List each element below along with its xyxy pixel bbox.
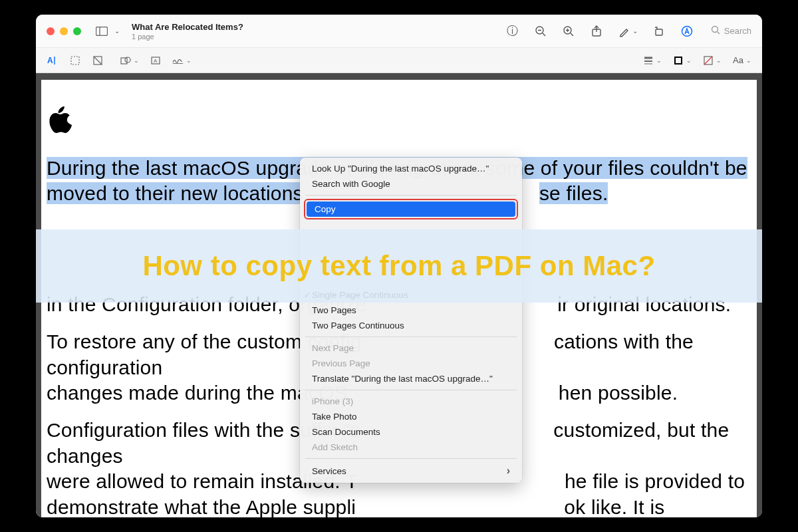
menu-iphone: iPhone (3) xyxy=(300,394,522,409)
svg-line-19 xyxy=(94,57,102,65)
menu-separator xyxy=(305,390,517,390)
title-block: What Are Relocated Items? 1 page xyxy=(132,22,243,41)
selected-text-line-2a: moved to their new locations xyxy=(47,182,303,204)
banner-text: How to copy text from a PDF on Mac? xyxy=(142,250,655,282)
line-style-icon xyxy=(642,55,654,66)
search-field[interactable]: Search xyxy=(711,25,751,37)
svg-rect-29 xyxy=(676,58,681,63)
menu-two-pages-continuous[interactable]: Two Pages Continuous xyxy=(300,318,522,333)
svg-text:A: A xyxy=(47,56,53,65)
svg-point-13 xyxy=(712,27,718,33)
font-icon: Aa xyxy=(732,55,744,66)
svg-line-14 xyxy=(718,32,720,34)
shapes-menu[interactable]: ⌄ xyxy=(120,55,139,66)
markup-icon[interactable] xyxy=(618,25,631,38)
text-box-icon[interactable]: A xyxy=(150,55,162,66)
document-title: What Are Relocated Items? xyxy=(132,22,243,32)
toolbar-icons: ⓘ ⌄ xyxy=(506,25,694,38)
svg-line-31 xyxy=(704,57,712,65)
fill-color-menu[interactable]: ⌄ xyxy=(702,55,722,66)
redact-icon[interactable] xyxy=(92,55,104,66)
search-icon xyxy=(711,25,720,37)
rotate-icon[interactable] xyxy=(652,25,666,38)
sign-menu[interactable]: ⌄ xyxy=(172,55,192,66)
font-menu[interactable]: Aa⌄ xyxy=(732,55,751,66)
text-selection-icon[interactable]: A xyxy=(47,55,59,66)
menu-separator xyxy=(305,336,517,337)
traffic-lights xyxy=(47,27,81,35)
fill-color-icon xyxy=(702,55,714,66)
menu-separator xyxy=(305,458,517,459)
apple-logo-icon xyxy=(48,106,72,133)
svg-rect-0 xyxy=(96,27,108,35)
svg-point-21 xyxy=(125,57,130,63)
menu-lookup[interactable]: Look Up "During the last macOS upgrade…" xyxy=(300,161,522,176)
zoom-out-icon[interactable] xyxy=(534,25,547,38)
menu-next-page: Next Page xyxy=(300,340,522,356)
chevron-down-icon[interactable]: ⌄ xyxy=(114,27,120,35)
signature-icon xyxy=(172,55,184,66)
context-menu: Look Up "During the last macOS upgrade…"… xyxy=(300,158,522,483)
menu-search-google[interactable]: Search with Google xyxy=(300,176,522,192)
svg-rect-17 xyxy=(71,57,79,65)
share-icon[interactable] xyxy=(590,25,603,38)
minimize-window-button[interactable] xyxy=(60,27,68,35)
border-color-icon xyxy=(672,55,684,66)
menu-two-pages[interactable]: Two Pages xyxy=(300,303,522,318)
menu-take-photo[interactable]: Take Photo xyxy=(300,409,522,424)
menu-separator xyxy=(305,195,517,196)
svg-line-6 xyxy=(571,33,573,36)
close-window-button[interactable] xyxy=(47,27,55,35)
menu-scan-documents[interactable]: Scan Documents xyxy=(300,424,522,440)
menu-copy-highlight: Copy xyxy=(304,199,518,219)
line-style-menu[interactable]: ⌄ xyxy=(642,55,662,66)
border-color-menu[interactable]: ⌄ xyxy=(672,55,692,66)
overlay-banner: How to copy text from a PDF on Mac? xyxy=(36,229,762,303)
chevron-down-icon[interactable]: ⌄ xyxy=(632,27,638,35)
selected-text-line-2b: se files. xyxy=(539,182,608,204)
rect-select-icon[interactable] xyxy=(69,55,81,66)
menu-services[interactable]: Services xyxy=(300,462,522,479)
info-icon[interactable]: ⓘ xyxy=(506,25,519,38)
svg-text:A: A xyxy=(154,58,158,64)
svg-rect-11 xyxy=(656,29,662,35)
zoom-in-icon[interactable] xyxy=(562,25,575,38)
document-subtitle: 1 page xyxy=(132,33,243,41)
menu-add-sketch: Add Sketch xyxy=(300,440,522,455)
svg-rect-20 xyxy=(121,58,127,64)
svg-line-3 xyxy=(543,33,545,36)
markup-toolbar: A ⌄ A ⌄ ⌄ ⌄ ⌄ Aa⌄ xyxy=(36,48,762,73)
annotation-icon[interactable] xyxy=(680,25,694,38)
menu-previous-page: Previous Page xyxy=(300,356,522,371)
sidebar-toggle-button[interactable] xyxy=(93,25,110,38)
titlebar: ⌄ What Are Relocated Items? 1 page ⓘ ⌄ S… xyxy=(36,15,762,48)
shapes-icon xyxy=(120,55,132,66)
menu-copy[interactable]: Copy xyxy=(307,201,515,217)
menu-translate[interactable]: Translate "During the last macOS upgrade… xyxy=(300,371,522,386)
search-placeholder: Search xyxy=(724,26,751,36)
fullscreen-window-button[interactable] xyxy=(73,27,81,35)
